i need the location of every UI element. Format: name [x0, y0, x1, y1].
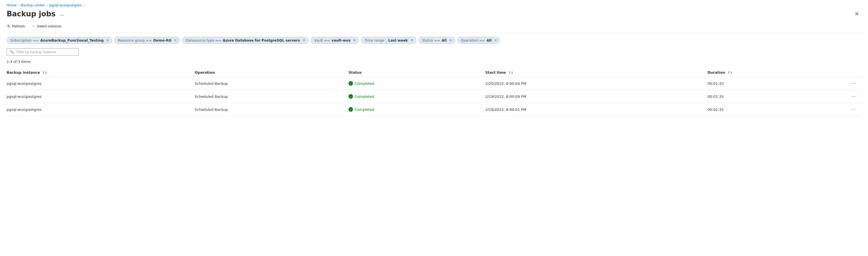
filter-close-5[interactable]: ✕: [450, 38, 452, 42]
breadcrumb: Home › Backup center › pgsql-wus\postgre…: [7, 3, 861, 7]
cell-operation-0: Scheduled Backup: [195, 77, 348, 90]
cell-actions-2: ···: [827, 103, 861, 116]
sort-icon: ↑↓: [727, 71, 733, 75]
refresh-label: Refresh: [12, 24, 25, 28]
filter-value-4: Last week: [388, 38, 408, 42]
search-input[interactable]: [16, 50, 75, 54]
cell-operation-1: Scheduled Backup: [195, 90, 348, 103]
filter-pill-2[interactable]: Datasource type == Azure Database for Po…: [182, 37, 308, 44]
cell-starttime-0: 2/20/2022, 8:00:04 PM: [485, 77, 707, 90]
filter-pill-1[interactable]: Resource group == Demo-RG ✕: [114, 37, 180, 44]
filter-value-6: All: [487, 38, 492, 42]
breadcrumb-instance[interactable]: pgsql-wus\postgres: [50, 3, 82, 7]
sort-icon: ↑↓: [508, 71, 513, 75]
select-columns-button[interactable]: → Select columns: [31, 23, 62, 29]
cell-duration-2: 00:01:35: [708, 103, 827, 116]
cell-operation-2: Scheduled Backup: [195, 103, 348, 116]
col-header-backup-instance[interactable]: Backup instance ↑↓: [7, 68, 195, 77]
more-options-button[interactable]: ...: [58, 10, 66, 18]
col-header-start-time[interactable]: Start time ↑↓: [485, 68, 707, 77]
col-header-duration[interactable]: Duration ↑↓: [708, 68, 827, 77]
sort-icon: ↑↓: [42, 71, 47, 75]
status-completed-2: ✓ Completed: [348, 107, 482, 112]
breadcrumb-backup-center[interactable]: Backup center: [21, 3, 45, 7]
cell-actions-0: ···: [827, 77, 861, 90]
chevron-icon-2: ›: [46, 4, 48, 7]
cell-instance-1: pgsql-wus\postgres: [7, 90, 195, 103]
table-row: pgsql-wus\postgresScheduled Backup ✓ Com…: [7, 77, 861, 90]
select-columns-label: Select columns: [37, 24, 61, 28]
cell-duration-1: 00:01:35: [708, 90, 827, 103]
cell-status-0: ✓ Completed: [348, 77, 485, 90]
arrow-icon: →: [32, 24, 35, 28]
cell-starttime-2: 2/18/2022, 8:00:01 PM: [485, 103, 707, 116]
table-row: pgsql-wus\postgresScheduled Backup ✓ Com…: [7, 103, 861, 116]
filter-close-2[interactable]: ✕: [303, 38, 305, 42]
filter-close-0[interactable]: ✕: [106, 38, 109, 42]
cell-status-1: ✓ Completed: [348, 90, 485, 103]
filter-value-0: AzureBackup_Functional_Testing: [40, 38, 104, 42]
check-icon-1: ✓: [348, 94, 353, 98]
filter-pill-3[interactable]: Vault == vault-wus ✕: [311, 37, 359, 44]
filter-key-1: Resource group ==: [118, 38, 152, 42]
cell-instance-0: pgsql-wus\postgres: [7, 77, 195, 90]
filter-key-3: Vault ==: [314, 38, 330, 42]
filter-value-3: vault-wus: [331, 38, 350, 42]
page-title: Backup jobs: [7, 10, 56, 18]
filter-value-5: All: [441, 38, 446, 42]
check-icon-2: ✓: [348, 107, 353, 112]
items-count: 1-3 of 3 items: [7, 60, 861, 64]
refresh-icon: ↻: [7, 24, 10, 28]
search-icon: 🔍: [10, 50, 14, 54]
row-menu-button-1[interactable]: ···: [849, 93, 858, 99]
filter-key-0: Subscription ==: [10, 38, 39, 42]
refresh-button[interactable]: ↻ Refresh: [7, 23, 26, 29]
breadcrumb-home[interactable]: Home: [7, 3, 16, 7]
chevron-icon-1: ›: [18, 4, 19, 7]
filter-key-5: Status ==: [422, 38, 440, 42]
status-label-1: Completed: [354, 94, 374, 98]
col-header-status: Status: [348, 68, 485, 77]
cell-status-2: ✓ Completed: [348, 103, 485, 116]
backup-jobs-table: Backup instance ↑↓OperationStatusStart t…: [7, 68, 861, 116]
toolbar: ↻ Refresh → Select columns: [7, 23, 861, 33]
cell-duration-0: 00:01:33: [708, 77, 827, 90]
filter-close-6[interactable]: ✕: [494, 38, 497, 42]
page-header: Backup jobs ... ✕: [7, 9, 861, 18]
filter-pill-0[interactable]: Subscription == AzureBackup_Functional_T…: [7, 37, 112, 44]
filter-pill-4[interactable]: Time range : Last week ✕: [361, 37, 416, 44]
cell-starttime-1: 2/19/2022, 8:00:09 PM: [485, 90, 707, 103]
table-row: pgsql-wus\postgresScheduled Backup ✓ Com…: [7, 90, 861, 103]
filters-row: Subscription == AzureBackup_Functional_T…: [7, 37, 861, 44]
filter-close-1[interactable]: ✕: [174, 38, 177, 42]
filter-value-2: Azure Database for PostgreSQL servers: [223, 38, 300, 42]
filter-close-4[interactable]: ✕: [410, 38, 413, 42]
close-button[interactable]: ✕: [852, 9, 861, 18]
status-label-0: Completed: [354, 82, 374, 86]
filter-pill-5[interactable]: Status == All ✕: [418, 37, 455, 44]
status-completed-1: ✓ Completed: [348, 94, 482, 98]
row-menu-button-2[interactable]: ···: [849, 106, 858, 113]
status-completed-0: ✓ Completed: [348, 81, 482, 86]
filter-key-2: Datasource type ==: [186, 38, 221, 42]
row-menu-button-0[interactable]: ···: [849, 80, 858, 86]
col-header-operation: Operation: [195, 68, 348, 77]
cell-instance-2: pgsql-wus\postgres: [7, 103, 195, 116]
filter-key-4: Time range :: [365, 38, 386, 42]
status-label-2: Completed: [354, 108, 374, 112]
search-box: 🔍: [7, 48, 79, 56]
col-header-actions: [827, 68, 861, 77]
cell-actions-1: ···: [827, 90, 861, 103]
filter-close-3[interactable]: ✕: [353, 38, 356, 42]
filter-key-6: Operation ==: [461, 38, 485, 42]
chevron-icon-3: ›: [83, 4, 84, 7]
check-icon-0: ✓: [348, 81, 353, 86]
filter-pill-6[interactable]: Operation == All ✕: [457, 37, 500, 44]
filter-value-1: Demo-RG: [153, 38, 172, 42]
